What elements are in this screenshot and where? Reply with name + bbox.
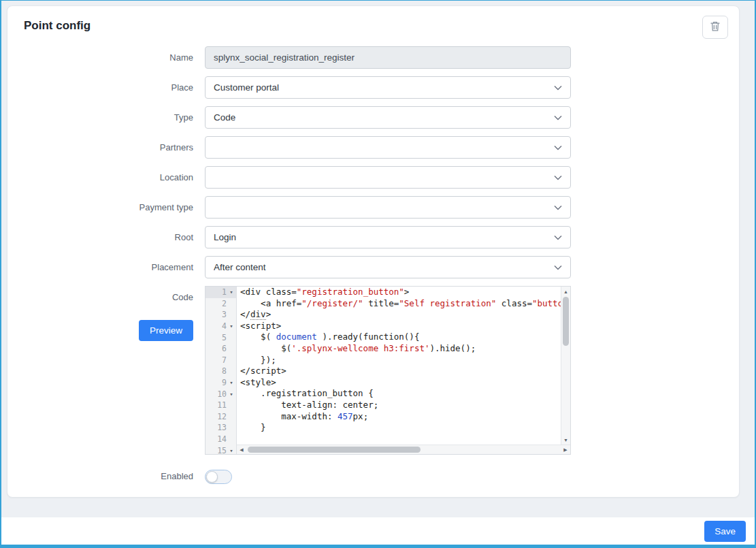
page: Point config Name Place: [0, 0, 756, 548]
gutter-line: 6: [206, 343, 236, 355]
gutter-line: 13: [206, 422, 236, 434]
code-gutter: 1▾234▾56789▾10▾1112131415▾: [206, 287, 237, 454]
line-number: 3: [210, 310, 227, 319]
code-lines[interactable]: <div class="registration_button"> <a hre…: [237, 287, 561, 445]
chevron-down-icon: [554, 202, 562, 212]
field-row-payment-type: Payment type: [7, 196, 739, 219]
fold-arrow-icon[interactable]: ▾: [227, 289, 236, 295]
placement-select-value: After content: [214, 262, 266, 272]
code-line: </div>: [240, 309, 561, 321]
vertical-scrollbar[interactable]: ▲ ▼: [561, 287, 570, 445]
field-row-place: Place Customer portal: [7, 76, 739, 99]
code-line: $( document ).ready(function(){: [240, 332, 561, 343]
gutter-line: 2: [206, 298, 236, 310]
partners-select[interactable]: [205, 136, 571, 159]
save-button[interactable]: Save: [704, 521, 746, 542]
code-line: $('.splynx-wellcome h3:first').hide();: [240, 343, 561, 355]
gutter-line: 12: [206, 411, 236, 423]
line-number: 2: [210, 299, 227, 308]
code-line: <a href="/register/" title="Self registr…: [240, 298, 561, 310]
fold-arrow-icon[interactable]: ▾: [227, 323, 236, 329]
field-row-code: Code Preview 1▾234▾56789▾10▾1112131415▾ …: [7, 286, 739, 455]
gutter-line: 11: [206, 400, 236, 411]
code-line: <style>: [240, 377, 561, 389]
fold-arrow-icon[interactable]: ▾: [227, 447, 236, 454]
gutter-line: 3: [206, 309, 236, 321]
delete-button[interactable]: [702, 16, 728, 39]
placement-select[interactable]: After content: [205, 256, 571, 278]
gutter-line: 7: [206, 355, 236, 366]
code-line: <script>: [240, 321, 561, 332]
root-select-value: Login: [214, 232, 236, 242]
place-select[interactable]: Customer portal: [205, 76, 571, 99]
toggle-knob: [206, 471, 218, 483]
line-number: 1: [210, 287, 227, 297]
gutter-line: 5: [206, 332, 236, 343]
code-line: });: [240, 355, 561, 366]
gutter-line: 15▾: [206, 445, 236, 454]
code-line: }: [240, 422, 561, 434]
page-title: Point config: [7, 6, 739, 33]
field-row-enabled: Enabled: [7, 467, 739, 487]
horizontal-scrollbar[interactable]: ◀ ▶: [237, 445, 570, 454]
code-line: <div class="registration_button">: [240, 287, 561, 298]
code-label: Code: [172, 292, 193, 302]
enabled-toggle[interactable]: [205, 470, 232, 484]
chevron-down-icon: [554, 172, 562, 182]
fold-arrow-icon[interactable]: ▾: [227, 379, 236, 386]
gutter-line: 4▾: [206, 321, 236, 332]
partners-label: Partners: [7, 136, 205, 159]
gutter-line: 8: [206, 366, 236, 377]
scroll-right-icon[interactable]: ▶: [561, 445, 570, 455]
payment-type-select[interactable]: [205, 196, 571, 219]
vertical-scroll-thumb[interactable]: [563, 297, 569, 346]
line-number: 6: [210, 344, 227, 353]
gutter-line: 10▾: [206, 388, 236, 400]
place-select-value: Customer portal: [214, 82, 279, 93]
page-gap: [1, 498, 755, 517]
type-label: Type: [7, 106, 205, 129]
trash-icon: [710, 20, 721, 34]
chevron-down-icon: [554, 112, 562, 123]
code-line: max-width: 457px;: [240, 411, 561, 423]
code-line: text-align: center;: [240, 400, 561, 411]
scroll-up-icon[interactable]: ▲: [561, 287, 571, 296]
line-number: 15: [210, 446, 227, 454]
line-number: 8: [210, 366, 227, 376]
line-number: 12: [210, 412, 227, 421]
field-row-type: Type Code: [7, 106, 739, 129]
line-number: 9: [210, 378, 227, 387]
field-row-name: Name: [7, 46, 739, 69]
payment-type-label: Payment type: [7, 196, 205, 219]
location-label: Location: [7, 166, 205, 189]
chevron-down-icon: [554, 142, 562, 152]
fold-arrow-icon[interactable]: ▾: [227, 391, 236, 398]
field-row-root: Root Login: [7, 226, 739, 248]
code-line: [240, 434, 561, 445]
code-editor: 1▾234▾56789▾10▾1112131415▾ <div class="r…: [205, 286, 571, 455]
field-row-partners: Partners: [7, 136, 739, 159]
line-number: 5: [210, 333, 227, 342]
line-number: 14: [210, 434, 227, 444]
root-label: Root: [7, 226, 205, 248]
point-config-form: Name Place Customer portal Type: [7, 46, 739, 487]
root-select[interactable]: Login: [205, 226, 571, 248]
scroll-left-icon[interactable]: ◀: [237, 445, 246, 455]
line-number: 10: [210, 389, 227, 399]
name-label: Name: [7, 46, 205, 69]
field-row-placement: Placement After content: [7, 256, 739, 278]
horizontal-scroll-thumb[interactable]: [248, 447, 421, 453]
line-number: 7: [210, 355, 227, 365]
chevron-down-icon: [554, 262, 562, 272]
name-input[interactable]: [205, 46, 571, 69]
preview-button[interactable]: Preview: [139, 320, 193, 341]
location-select[interactable]: [205, 166, 571, 189]
field-row-location: Location: [7, 166, 739, 189]
scroll-down-icon[interactable]: ▼: [561, 435, 571, 445]
type-select[interactable]: Code: [205, 106, 571, 129]
chevron-down-icon: [554, 232, 562, 242]
gutter-line: 9▾: [206, 377, 236, 389]
line-number: 4: [210, 321, 227, 331]
gutter-line: 14: [206, 434, 236, 445]
placement-label: Placement: [7, 256, 205, 278]
